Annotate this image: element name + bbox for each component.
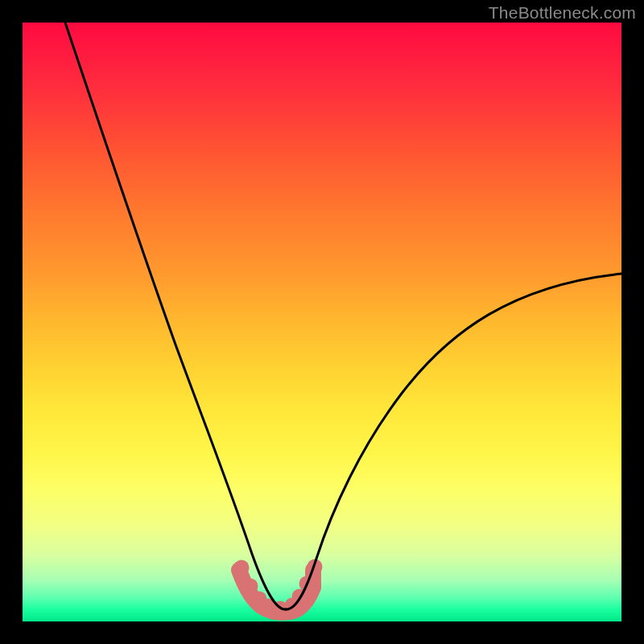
band-dot bbox=[234, 560, 250, 576]
left-curve bbox=[65, 23, 286, 609]
watermark-text: TheBottleneck.com bbox=[489, 3, 636, 23]
band-dot bbox=[243, 579, 258, 594]
right-curve bbox=[286, 274, 621, 609]
plot-area bbox=[23, 23, 621, 621]
chart-svg bbox=[23, 23, 621, 621]
chart-frame: TheBottleneck.com bbox=[0, 0, 644, 644]
